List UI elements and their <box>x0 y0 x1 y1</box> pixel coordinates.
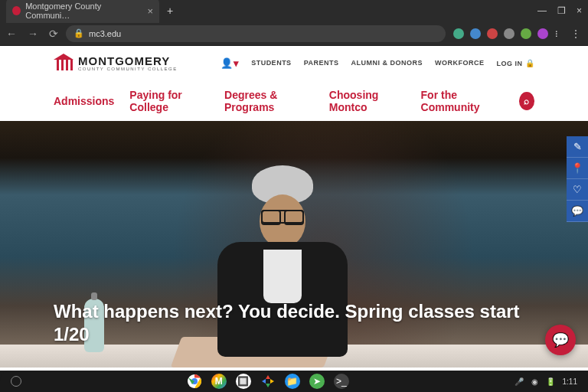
minimize-icon[interactable]: — <box>537 5 547 16</box>
forward-icon[interactable]: → <box>28 28 38 40</box>
browser-toolbar: ← → ⟳ 🔒 mc3.edu ⫶ ⋮ <box>0 21 588 46</box>
hero-headline: What happens next? You decide. Spring cl… <box>54 300 534 346</box>
nav-students[interactable]: STUDENTS <box>251 59 292 67</box>
chrome-icon[interactable] <box>187 374 202 389</box>
terminal-icon[interactable]: >_ <box>334 374 349 389</box>
tab-favicon-icon <box>12 6 21 15</box>
nav-parents[interactable]: PARENTS <box>304 59 339 67</box>
site-header: MONTGOMERY COUNTY COMMUNITY COLLEGE 👤▾ S… <box>0 46 588 121</box>
app-icon[interactable]: ➤ <box>309 374 325 389</box>
extension-icon[interactable] <box>487 28 498 39</box>
nav-admissions[interactable]: Admissions <box>54 95 114 107</box>
nav-degrees[interactable]: Degrees & Programs <box>224 89 314 113</box>
extension-icon[interactable] <box>504 28 514 39</box>
logo-sub-text: COUNTY COMMUNITY COLLEGE <box>78 67 178 71</box>
page-viewport: MONTGOMERY COUNTY COMMUNITY COLLEGE 👤▾ S… <box>0 46 588 371</box>
search-button[interactable]: ⌕ <box>519 92 534 110</box>
mic-icon[interactable]: 🎤 <box>514 377 524 386</box>
person-icon[interactable]: 👤▾ <box>220 57 239 69</box>
clock[interactable]: 1:11 <box>563 377 577 386</box>
side-action-rail: ✎ 📍 ♡ 💬 <box>567 136 588 222</box>
extension-icon[interactable] <box>537 28 548 39</box>
battery-icon[interactable]: 🔋 <box>546 377 555 386</box>
location-icon[interactable]: 📍 <box>567 158 588 179</box>
tab-title: Montgomery County Communi… <box>25 2 139 20</box>
site-logo[interactable]: MONTGOMERY COUNTY COMMUNITY COLLEGE <box>54 54 178 72</box>
app-icon[interactable]: 🔲 <box>236 374 251 389</box>
logo-main-text: MONTGOMERY <box>78 55 178 67</box>
extension-icon[interactable] <box>521 28 531 39</box>
back-icon[interactable]: ← <box>6 28 17 40</box>
launcher-icon[interactable] <box>11 376 21 387</box>
nav-paying[interactable]: Paying for College <box>129 89 209 113</box>
browser-tab[interactable]: Montgomery County Communi… × <box>6 0 159 23</box>
speech-icon: 💬 <box>552 332 569 348</box>
puzzle-icon[interactable]: ⫶ <box>554 28 565 39</box>
address-bar[interactable]: 🔒 mc3.edu <box>66 25 446 42</box>
edit-icon[interactable]: ✎ <box>567 136 588 158</box>
close-icon[interactable]: × <box>147 5 153 17</box>
reload-icon[interactable]: ⟳ <box>49 28 58 40</box>
gmail-icon[interactable]: M <box>211 374 227 389</box>
main-nav: Admissions Paying for College Degrees & … <box>54 81 534 121</box>
chat-fab-button[interactable]: 💬 <box>545 325 576 355</box>
close-window-icon[interactable]: × <box>577 5 582 16</box>
window-controls: — ❐ × <box>537 5 582 16</box>
url-text: mc3.edu <box>89 29 121 38</box>
nav-alumni[interactable]: ALUMNI & DONORS <box>351 59 423 67</box>
hero-section: What happens next? You decide. Spring cl… <box>0 121 588 368</box>
lock-icon: 🔒 <box>525 59 535 67</box>
lock-icon: 🔒 <box>74 28 84 38</box>
logo-mark-icon <box>54 54 74 72</box>
maximize-icon[interactable]: ❐ <box>557 5 566 16</box>
chat-icon[interactable]: 💬 <box>567 201 588 222</box>
utility-nav: 👤▾ STUDENTS PARENTS ALUMNI & DONORS WORK… <box>220 57 534 69</box>
browser-tab-strip: Montgomery County Communi… × + — ❐ × <box>0 0 588 21</box>
nav-workforce[interactable]: WORKFORCE <box>435 59 485 67</box>
nav-login[interactable]: LOG IN 🔒 <box>496 59 534 67</box>
wifi-icon[interactable]: ◉ <box>531 377 538 386</box>
menu-icon[interactable]: ⋮ <box>571 28 582 39</box>
files-icon[interactable]: 📁 <box>285 374 300 389</box>
os-taskbar: M 🔲 📁 ➤ >_ 🎤 ◉ 🔋 1:11 <box>0 371 588 392</box>
heart-icon[interactable]: ♡ <box>567 179 588 201</box>
extension-icon[interactable] <box>453 28 464 39</box>
search-icon: ⌕ <box>524 96 529 106</box>
extension-icons: ⫶ ⋮ <box>453 28 582 39</box>
new-tab-button[interactable]: + <box>167 5 173 17</box>
nav-choosing[interactable]: Choosing Montco <box>329 89 406 113</box>
photos-icon[interactable] <box>260 374 276 389</box>
extension-icon[interactable] <box>470 28 481 39</box>
nav-community[interactable]: For the Community <box>421 89 504 113</box>
